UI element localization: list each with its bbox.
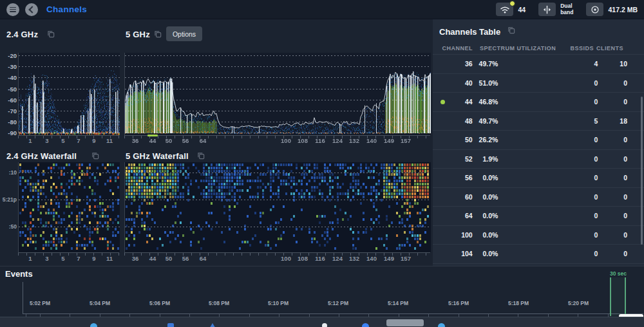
cell-utilization: 0.0% (473, 250, 498, 257)
y-tick-label: -70 (1, 107, 17, 115)
x-tick-label: 108 (298, 255, 308, 262)
time-label: 5:10 PM (268, 300, 289, 306)
table-row[interactable]: 100 0.0% 0 0 (433, 225, 644, 245)
time-label: 5:02 PM (30, 300, 50, 306)
table-row[interactable]: 56 0.0% 0 0 (433, 168, 644, 187)
waterfall-5ghz-chart[interactable] (124, 162, 431, 252)
table-row[interactable]: 48 49.7% 5 18 (433, 111, 644, 131)
x-tick-label: 116 (315, 255, 325, 262)
x-tick-label: 64 (200, 137, 207, 144)
copy-icon[interactable] (91, 151, 100, 160)
table-row[interactable]: 64 0.0% 0 0 (433, 206, 644, 225)
x-tick-label: 108 (298, 137, 308, 144)
column-header-clients[interactable]: CLIENTS (594, 45, 623, 51)
cell-clients: 18 (598, 117, 627, 125)
x-tick-label: 9 (92, 255, 95, 262)
cell-bssids: 0 (570, 174, 598, 182)
dual-band-icon (542, 5, 552, 14)
x-tick-label: 149 (384, 137, 394, 144)
cell-bssids: 0 (570, 136, 598, 144)
x-axis-ticks (18, 136, 119, 138)
copy-icon[interactable] (153, 30, 162, 39)
event-marker-icon[interactable] (362, 323, 369, 327)
column-header-channel[interactable]: CHANNEL (440, 45, 473, 51)
event-marker-icon[interactable] (322, 323, 327, 327)
cell-utilization: 0.0% (473, 193, 498, 201)
time-label: 5:20 PM (568, 300, 589, 306)
table-row[interactable]: 52 1.9% 0 0 (433, 149, 644, 169)
table-row[interactable]: 44 46.8% 0 0 (433, 92, 644, 111)
table-row[interactable]: 36 49.7% 4 10 (433, 54, 644, 73)
table-row[interactable]: 50 26.2% 0 0 (433, 130, 644, 149)
waterfall-24ghz-chart[interactable] (18, 162, 120, 252)
event-marker-icon[interactable] (438, 323, 445, 327)
x-tick-label: 157 (401, 137, 411, 144)
events-lane (0, 317, 644, 327)
x-tick-label: 132 (349, 255, 359, 262)
capture-window[interactable] (610, 277, 626, 316)
cell-channel: 50 (451, 136, 473, 144)
copy-icon[interactable] (507, 26, 516, 35)
wifi-button[interactable] (496, 3, 513, 16)
table-row[interactable]: 104 0.0% 0 0 (433, 244, 644, 263)
column-header-bssids[interactable]: BSSIDS (565, 45, 594, 51)
x-tick-label: 5 (61, 255, 64, 262)
y-tick-label: -80 (1, 118, 17, 126)
cell-channel: 56 (451, 174, 473, 182)
options-button[interactable]: Options (166, 26, 202, 41)
cell-bssids: 0 (570, 193, 598, 201)
data-usage-button[interactable] (586, 3, 603, 16)
x-tick-label: 11 (106, 255, 113, 262)
time-label: 5:14 PM (388, 300, 408, 306)
events-title: Events (5, 269, 33, 279)
page-title: Channels (46, 5, 87, 14)
event-marker-icon[interactable] (90, 323, 97, 327)
horizontal-scrollbar-thumb[interactable] (386, 319, 424, 326)
x-tick-label: 140 (366, 255, 377, 262)
cell-channel: 64 (451, 212, 473, 220)
x-tick-label: 100 (281, 137, 291, 144)
spectrum-24ghz-title: 2.4 GHz (6, 30, 38, 39)
data-usage-value: 417.2 MB (608, 6, 638, 14)
x-tick-label: 9 (92, 137, 95, 144)
x-tick-label: 3 (45, 137, 48, 144)
time-label: 5:16 PM (448, 300, 469, 306)
band-button[interactable] (538, 3, 556, 16)
y-tick-label: -50 (1, 86, 17, 93)
cell-clients: 0 (598, 193, 627, 201)
cell-clients: 0 (598, 136, 627, 144)
spectrum-5ghz-chart[interactable] (124, 53, 431, 135)
x-tick-label: 36 (132, 137, 139, 144)
cell-utilization: 51.0% (473, 79, 498, 87)
x-tick-label: 116 (315, 137, 325, 144)
back-button[interactable] (25, 3, 38, 16)
copy-icon[interactable] (196, 151, 205, 160)
cell-channel: 100 (451, 231, 473, 239)
x-tick-label: 132 (349, 137, 359, 144)
column-header-utilization[interactable]: SPECTRUM UTILIZATION (473, 45, 565, 51)
y-tick-label: -30 (1, 63, 17, 70)
x-tick-label: 56 (182, 137, 189, 144)
time-label: 5:18 PM (508, 300, 529, 306)
y-tick-label: -40 (1, 74, 17, 81)
table-scrollbar[interactable] (641, 97, 643, 245)
cell-utilization: 0.0% (473, 174, 498, 182)
copy-icon[interactable] (46, 30, 55, 39)
x-tick-label: 44 (149, 255, 156, 262)
cell-utilization: 26.2% (473, 136, 498, 144)
cell-channel: 44 (451, 98, 473, 106)
wifi-icon (500, 5, 510, 14)
time-tick-label: 5:21p (0, 196, 17, 203)
event-marker-icon[interactable] (209, 323, 216, 327)
cell-bssids: 0 (570, 155, 598, 163)
band-value: Dualband (560, 3, 573, 15)
cell-clients: 0 (598, 212, 627, 220)
table-row[interactable]: 40 51.0% 0 0 (433, 73, 644, 93)
event-marker-icon[interactable] (167, 323, 174, 327)
menu-button[interactable] (6, 3, 19, 16)
cell-bssids: 0 (570, 98, 598, 106)
table-row[interactable]: 60 0.0% 0 0 (433, 187, 644, 207)
cell-clients: 0 (598, 250, 627, 257)
spectrum-24ghz-chart[interactable] (18, 53, 120, 135)
cell-channel: 104 (451, 250, 473, 257)
